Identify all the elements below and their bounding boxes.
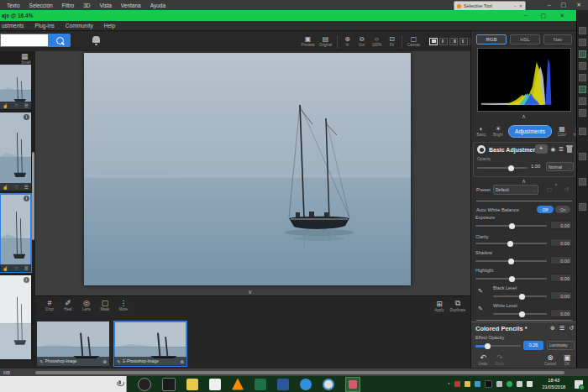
menu-seleccion[interactable]: Selección [29, 3, 53, 8]
panel-icon[interactable] [579, 128, 586, 135]
panel-icon[interactable] [579, 86, 586, 93]
stepper-icon[interactable]: ⌃⌄ [569, 164, 571, 170]
gear-icon[interactable]: ⊛ [102, 359, 107, 364]
panel-icon[interactable] [579, 62, 586, 70]
highlight-value[interactable]: 0.00 [550, 274, 572, 282]
opacity-slider[interactable] [477, 167, 528, 169]
selective-close-icon[interactable]: ✕ [519, 3, 522, 8]
trash-icon[interactable] [567, 147, 572, 153]
notification-center-icon[interactable] [575, 380, 583, 389]
menu-adjustments[interactable]: ustments [2, 23, 24, 29]
menu-filtro[interactable]: Filtro [62, 3, 74, 8]
canvas-button[interactable]: ▢ Canvas [405, 35, 423, 47]
search-button[interactable] [49, 34, 71, 47]
ok-button[interactable]: ▣ OK [559, 353, 575, 366]
clarity-slider[interactable] [475, 243, 547, 244]
filmstrip-thumbnail[interactable]: ☝ ♡ ☰ [0, 65, 31, 109]
menu-icon[interactable]: ☰ [24, 185, 29, 190]
heart-icon[interactable]: ♡ [14, 185, 18, 190]
effect-link-icon[interactable]: ⊛ [550, 325, 555, 332]
white-level-slider[interactable] [493, 313, 547, 315]
layout-split-right-button[interactable] [449, 38, 458, 45]
tray-expand-icon[interactable]: ⌃ [447, 382, 450, 387]
slider-thumb[interactable] [509, 276, 515, 282]
crop-button[interactable]: # Crop [40, 299, 59, 311]
tray-network-icon[interactable] [517, 381, 522, 387]
filmstrip-thumbnail[interactable]: i [0, 275, 31, 359]
tray-icon[interactable] [475, 381, 480, 387]
menu-help[interactable]: Help [104, 23, 115, 29]
slider-thumb[interactable] [507, 241, 513, 247]
effect-opacity-value[interactable]: 0.26 [523, 341, 543, 350]
doc-maximize-icon[interactable]: ▢ [541, 13, 547, 19]
collapse-adjustment-icon[interactable]: ∧ [522, 178, 526, 184]
tab-hsl[interactable]: HSL [510, 34, 540, 44]
taskbar-app-notepad[interactable] [209, 379, 221, 390]
menu-texto[interactable]: Texto [7, 3, 20, 8]
menu-icon[interactable]: ☰ [24, 266, 29, 271]
panel-icon[interactable] [579, 27, 586, 34]
heal-button[interactable]: ✐ Heal [59, 299, 77, 311]
filmstrip-thumbnail-selected[interactable]: i ☝ ♡ ☰ [0, 194, 31, 272]
tray-icon[interactable] [465, 381, 470, 387]
reset-preset-icon[interactable]: ↺ [564, 186, 569, 193]
taskbar-app-vlc[interactable] [232, 379, 244, 390]
slider-thumb[interactable] [519, 294, 525, 300]
menu-vista[interactable]: Vista [100, 3, 112, 8]
opacity-slider-thumb[interactable] [508, 165, 514, 171]
slider-thumb[interactable] [485, 343, 491, 349]
lens-button[interactable]: ◎ Lens [77, 299, 96, 311]
tab-nav[interactable]: Nav [543, 34, 572, 44]
slider-thumb[interactable] [508, 259, 514, 264]
search-input[interactable] [0, 34, 49, 47]
taskbar-app-eye[interactable] [138, 378, 151, 391]
black-level-value[interactable]: 0.00 [550, 291, 572, 300]
selective-minimize-icon[interactable]: − [514, 3, 517, 8]
info-icon[interactable]: i [24, 196, 29, 201]
filmstrip-scrollbar[interactable] [32, 152, 34, 240]
black-level-slider[interactable] [493, 295, 547, 297]
taskbar-app-edge[interactable] [300, 379, 312, 390]
layout-single-button[interactable] [429, 38, 438, 45]
taskbar-search-input[interactable] [0, 376, 127, 392]
white-level-value[interactable]: 0.00 [550, 309, 572, 317]
cancel-button[interactable]: ⊗ Cancel [542, 353, 559, 366]
mask-button[interactable]: ▢ Mask [96, 299, 114, 311]
fit-button[interactable]: ⊡ Fit [385, 35, 399, 47]
undo-button[interactable]: ↶ Undo [475, 353, 491, 366]
taskbar-app-home[interactable] [162, 378, 176, 391]
preview-button[interactable]: ▣ Preview [299, 35, 317, 47]
apply-button[interactable]: ⊞ Apply [430, 300, 449, 312]
panel-icon[interactable] [579, 97, 586, 105]
adjustments-tab-button[interactable]: Adjustments [508, 125, 552, 138]
awb-off-button[interactable]: Off [537, 206, 554, 213]
menu-icon[interactable]: ☰ [24, 103, 29, 108]
maximize-icon[interactable]: ▢ [561, 2, 567, 8]
duplicate-button[interactable]: ⧉ Duplicate [449, 299, 467, 312]
exposure-slider[interactable] [475, 225, 547, 227]
tray-icon[interactable] [454, 381, 460, 387]
panel-icon[interactable] [579, 74, 586, 81]
tab-rgb[interactable]: RGB [476, 34, 507, 44]
taskbar-clock[interactable]: 18:43 21/05/2018 [542, 378, 565, 389]
panel-icon[interactable] [579, 50, 586, 58]
heart-icon[interactable]: ♡ [14, 103, 18, 108]
stepper-icon[interactable]: ⌃⌄ [570, 342, 572, 348]
adjustment-menu-icon[interactable]: ☰ [559, 146, 564, 153]
white-level-picker-icon[interactable]: ✎ [478, 306, 483, 312]
visibility-eye-icon[interactable]: ◉ [551, 146, 556, 153]
redo-button[interactable]: ↷ Redo [491, 353, 508, 366]
menu-3d[interactable]: 3D [83, 3, 90, 8]
version-thumbnail-selected[interactable]: ✎ G-Photoshop-Image ⊛ [114, 321, 186, 366]
menu-plugins[interactable]: Plug-ins [34, 23, 54, 29]
layout-split-left-button[interactable] [439, 38, 448, 45]
slider-thumb[interactable] [509, 223, 515, 229]
zoom-out-button[interactable]: ⊖ Out [354, 35, 369, 47]
effect-blend-dropdown[interactable]: Luminosity ⌃⌄ [547, 341, 575, 350]
heart-icon[interactable]: ♡ [14, 266, 18, 271]
tray-icon[interactable] [507, 381, 512, 387]
document-titlebar[interactable]: aje @ 16.4% − ▢ ✕ [0, 10, 576, 21]
menu-community[interactable]: Community [66, 23, 93, 29]
taskbar-app-word[interactable] [277, 379, 289, 390]
effect-opacity-slider[interactable] [475, 345, 521, 347]
